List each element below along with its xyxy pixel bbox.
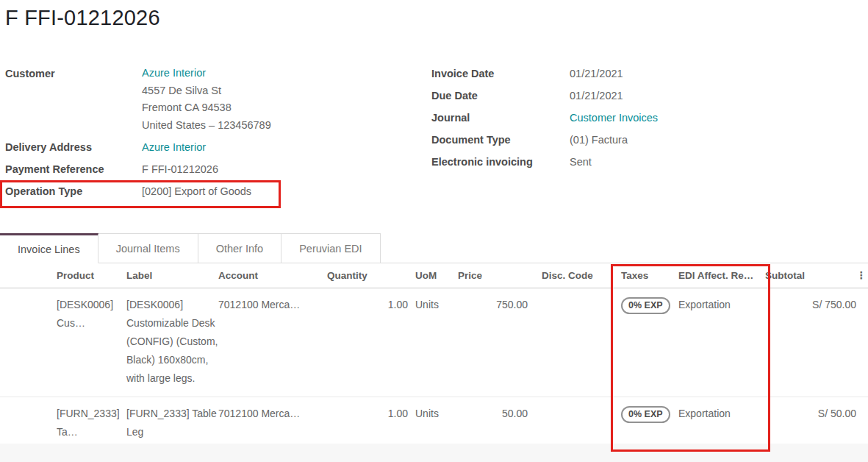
col-header-taxes: Taxes: [615, 263, 675, 288]
tab-invoice-lines[interactable]: Invoice Lines: [0, 233, 98, 263]
col-header-product: Product: [57, 263, 126, 288]
page-title: F FFI-01212026: [5, 6, 160, 30]
cell-account: 7012100 Merca…: [218, 288, 327, 397]
cell-price: 750.00: [458, 288, 537, 397]
col-header-price: Price: [458, 263, 537, 288]
electronic-invoicing-label: Electronic invoicing: [431, 153, 570, 171]
customer-address-country: United States – 123456789: [142, 117, 271, 135]
cell-quantity: 1.00: [327, 397, 408, 442]
cell-subtotal: S/ 750.00: [765, 288, 856, 397]
journal-link[interactable]: Customer Invoices: [570, 112, 658, 124]
field-delivery-address: Delivery Address Azure Interior: [5, 138, 351, 156]
cell-account: 7012100 Merca…: [218, 397, 327, 442]
field-group-right: Invoice Date 01/21/2021 Due Date 01/21/2…: [431, 65, 843, 175]
delivery-address-link[interactable]: Azure Interior: [142, 141, 206, 153]
cell-uom: Units: [408, 288, 458, 397]
cell-label: [FURN_2333] Table Leg: [126, 397, 218, 442]
customer-address-city: Fremont CA 94538: [142, 99, 271, 117]
tax-badge: 0% EXP: [621, 406, 670, 423]
tab-other-info[interactable]: Other Info: [198, 233, 281, 263]
col-header-uom: UoM: [408, 263, 458, 288]
invoice-line-row[interactable]: [DESK0006] Cus… [DESK0006] Customizable …: [0, 288, 868, 397]
field-electronic-invoicing: Electronic invoicing Sent: [431, 153, 843, 171]
cell-edi-affect: Exportation: [675, 397, 765, 442]
col-header-account: Account: [218, 263, 327, 288]
col-header-disc-code: Disc. Code: [537, 263, 615, 288]
tab-journal-items[interactable]: Journal Items: [98, 233, 198, 263]
cell-disc-code: [537, 288, 615, 397]
due-date-value: 01/21/2021: [570, 87, 623, 104]
field-document-type: Document Type (01) Factura: [431, 131, 843, 149]
customer-link[interactable]: Azure Interior: [142, 67, 206, 79]
document-type-label: Document Type: [431, 131, 570, 149]
col-header-subtotal: Subtotal: [765, 263, 856, 288]
cell-edi-affect: Exportation: [675, 288, 765, 397]
cell-quantity: 1.00: [327, 288, 408, 397]
notebook-tabbar: Invoice Lines Journal Items Other Info P…: [0, 233, 868, 263]
cell-disc-code: [537, 397, 615, 442]
invoice-date-value: 01/21/2021: [570, 65, 623, 82]
col-header-edi-affect: EDI Affect. Re…: [675, 263, 765, 288]
document-type-value: (01) Factura: [570, 131, 628, 149]
tax-badge: 0% EXP: [621, 297, 670, 314]
tab-peruvian-edi[interactable]: Peruvian EDI: [281, 233, 380, 263]
cell-price: 50.00: [458, 397, 537, 442]
table-footer-band: [0, 444, 868, 462]
field-operation-type: Operation Type [0200] Export of Goods: [5, 182, 351, 200]
col-header-label: Label: [126, 263, 218, 288]
cell-label: [DESK0006] Customizable Desk (CONFIG) (C…: [126, 288, 218, 397]
delivery-address-label: Delivery Address: [5, 138, 142, 156]
customer-label: Customer: [5, 65, 142, 134]
field-invoice-date: Invoice Date 01/21/2021: [431, 65, 843, 82]
col-header-quantity: Quantity: [327, 263, 408, 288]
invoice-date-label: Invoice Date: [431, 65, 570, 82]
field-payment-reference: Payment Reference F FFI-01212026: [5, 160, 351, 178]
due-date-label: Due Date: [431, 87, 570, 104]
field-journal: Journal Customer Invoices: [431, 109, 843, 127]
customer-address-street: 4557 De Silva St: [142, 82, 271, 100]
cell-product: [FURN_2333] Ta…: [57, 397, 126, 442]
payment-reference-value: F FFI-01212026: [142, 160, 218, 178]
table-header-row: Product Label Account Quantity UoM Price…: [0, 263, 868, 288]
field-group-left: Customer Azure Interior 4557 De Silva St…: [5, 65, 351, 205]
invoice-line-row[interactable]: [FURN_2333] Ta… [FURN_2333] Table Leg 70…: [0, 397, 868, 442]
field-customer: Customer Azure Interior 4557 De Silva St…: [5, 65, 351, 134]
operation-type-value: [0200] Export of Goods: [142, 182, 251, 200]
electronic-invoicing-value: Sent: [570, 153, 592, 171]
operation-type-label: Operation Type: [5, 182, 142, 200]
invoice-form-view: F FFI-01212026 Customer Azure Interior 4…: [0, 0, 868, 462]
journal-label: Journal: [431, 109, 570, 127]
cell-subtotal: S/ 50.00: [765, 397, 856, 442]
cell-uom: Units: [408, 397, 458, 442]
field-due-date: Due Date 01/21/2021: [431, 87, 843, 104]
invoice-lines-table: Product Label Account Quantity UoM Price…: [0, 263, 868, 442]
optional-columns-icon[interactable]: ⋮: [856, 263, 868, 288]
cell-product: [DESK0006] Cus…: [57, 288, 126, 397]
payment-reference-label: Payment Reference: [5, 160, 142, 178]
